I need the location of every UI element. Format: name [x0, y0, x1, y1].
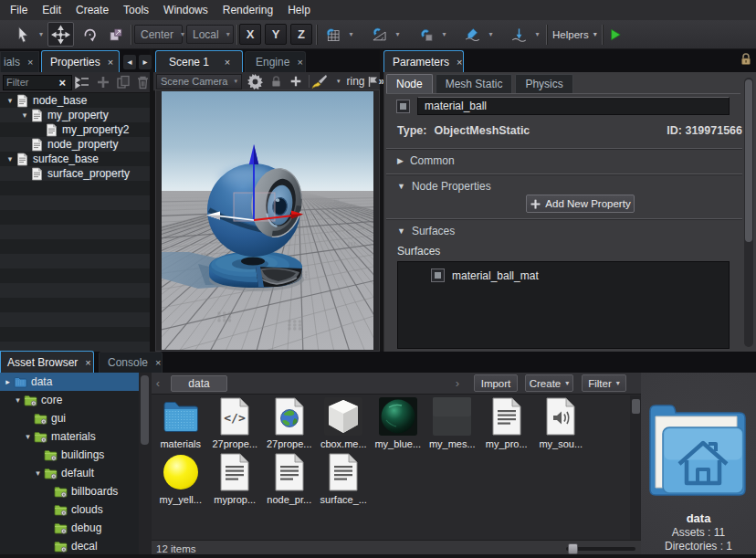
add-property-button[interactable]	[96, 75, 110, 89]
menu-tools[interactable]: Tools	[116, 0, 156, 20]
menu-file[interactable]: File	[3, 0, 35, 20]
close-icon[interactable]: ×	[108, 57, 113, 68]
scale-tool-button[interactable]	[105, 22, 127, 47]
surface-checkbox[interactable]	[431, 268, 445, 282]
file-item[interactable]: cbox.me...	[317, 395, 372, 451]
snap-drop-button[interactable]	[507, 22, 531, 47]
expander-icon[interactable]: ▾	[18, 111, 31, 120]
select-tool-dropdown[interactable]: ▾	[35, 30, 47, 38]
slider-handle[interactable]	[568, 543, 578, 554]
file-item[interactable]: my_mes...	[425, 395, 480, 451]
play-button[interactable]	[605, 22, 625, 47]
close-icon[interactable]: ×	[457, 57, 462, 68]
section-surfaces[interactable]: ▼ Surfaces	[397, 225, 455, 237]
snap-grid-button[interactable]	[320, 22, 345, 47]
menu-help[interactable]: Help	[280, 0, 318, 20]
close-icon[interactable]: ×	[27, 57, 33, 68]
name-input[interactable]: material_ball	[417, 97, 730, 115]
section-common[interactable]: ▶ Common	[397, 154, 455, 167]
asset-tree-item[interactable]: ▸data	[0, 373, 139, 391]
breadcrumb-data[interactable]: data	[171, 375, 227, 392]
tab-parameters[interactable]: Parameters×	[383, 50, 464, 72]
tree-item[interactable]: my_property2	[0, 122, 150, 137]
scrollbar-thumb[interactable]	[632, 399, 640, 414]
file-item[interactable]: myprop...	[208, 451, 263, 507]
tree-item[interactable]: ▾node_base	[0, 93, 150, 108]
import-button[interactable]: Import	[474, 374, 518, 392]
tab-scene-1[interactable]: Scene 1×	[155, 50, 243, 72]
file-item[interactable]: </>27prope...	[208, 395, 263, 451]
tree-item[interactable]: node_property	[0, 137, 150, 152]
rotate-tool-button[interactable]	[79, 22, 101, 47]
tab-scroll-left-icon[interactable]: ◂	[123, 55, 136, 69]
snap-angle-dropdown[interactable]: ▾	[392, 30, 404, 38]
expander-icon[interactable]: ▾	[4, 154, 16, 163]
snap-draw-button[interactable]	[460, 22, 485, 47]
asset-tree-item[interactable]: clouds	[0, 500, 139, 519]
menu-rendering[interactable]: Rendering	[215, 0, 280, 20]
expander-icon[interactable]: ▾	[12, 395, 24, 405]
add-new-property-button[interactable]: Add New Property	[526, 195, 635, 213]
section-node-properties[interactable]: ▼ Node Properties	[397, 180, 491, 193]
tab-engine[interactable]: Engine×	[245, 51, 306, 72]
subtab-node[interactable]: Node	[386, 74, 433, 93]
snap-angle-button[interactable]	[367, 22, 392, 47]
scene-lock-button[interactable]	[270, 76, 282, 88]
asset-tree-item[interactable]: billboards	[0, 482, 139, 500]
asset-tree-item[interactable]: decal	[0, 537, 139, 555]
close-icon[interactable]: ×	[85, 357, 90, 368]
delete-button[interactable]	[136, 75, 150, 89]
snap-object-button[interactable]	[414, 22, 438, 47]
asset-tree-scrollbar[interactable]	[139, 373, 150, 558]
scene-camera-select[interactable]: Scene Camera▾	[156, 74, 242, 89]
close-icon[interactable]: ×	[297, 57, 302, 68]
snap-grid-dropdown[interactable]: ▾	[345, 30, 357, 38]
tab-asset-browser[interactable]: Asset Browser×	[0, 351, 94, 373]
file-item[interactable]: 27prope...	[262, 395, 317, 451]
expander-icon[interactable]: ▸	[2, 377, 14, 386]
scene-settings-button[interactable]	[247, 74, 263, 89]
menu-edit[interactable]: Edit	[35, 0, 68, 20]
subtab-mesh-static[interactable]: Mesh Static	[436, 74, 513, 93]
expander-icon[interactable]: ▾	[32, 469, 44, 478]
tab-properties[interactable]: Properties×	[41, 50, 120, 72]
tree-item[interactable]: ▾surface_base	[0, 152, 150, 166]
file-item[interactable]: my_yell...	[153, 451, 208, 507]
close-icon[interactable]: ×	[222, 57, 233, 68]
file-item[interactable]: materials	[153, 395, 208, 451]
file-grid-scrollbar[interactable]	[630, 395, 641, 540]
axis-y-button[interactable]: Y	[265, 24, 287, 45]
parameters-scrollbar[interactable]	[744, 78, 753, 347]
create-button[interactable]: Create▾	[525, 374, 573, 392]
copy-button[interactable]	[116, 75, 131, 89]
paint-brush-button[interactable]	[311, 74, 328, 89]
file-item[interactable]: my_sou...	[534, 395, 589, 451]
file-item[interactable]: my_pro...	[479, 395, 534, 451]
subtab-physics[interactable]: Physics	[515, 74, 572, 93]
filter-clear-icon[interactable]: ×	[57, 76, 69, 89]
scene-add-button[interactable]	[289, 75, 302, 88]
coordinate-space-select[interactable]: Local▾	[186, 25, 234, 44]
asset-tree-item[interactable]: ▾default	[0, 464, 139, 482]
brush-dropdown[interactable]: ▾	[337, 78, 341, 85]
menu-create[interactable]: Create	[68, 0, 116, 20]
transform-origin-select[interactable]: Center▾	[134, 25, 183, 44]
viewport-3d-render[interactable]	[162, 91, 373, 350]
ring-label[interactable]: ring	[347, 75, 365, 88]
file-item[interactable]: node_pr...	[262, 451, 317, 507]
ring-flag-icon[interactable]	[367, 76, 379, 88]
asset-tree-item[interactable]: debug	[0, 519, 139, 537]
scrollbar-thumb[interactable]	[141, 375, 149, 445]
nav-back-icon[interactable]: ‹	[152, 376, 164, 390]
expander-icon[interactable]: ▾	[22, 432, 34, 441]
axis-x-button[interactable]: X	[239, 24, 261, 45]
asset-tree-item[interactable]: buildings	[0, 446, 139, 464]
tab-materials[interactable]: ials×	[0, 51, 39, 72]
scrollbar-thumb[interactable]	[745, 79, 752, 242]
close-icon[interactable]: ×	[155, 357, 161, 368]
axis-z-button[interactable]: Z	[290, 24, 312, 45]
tree-item[interactable]: surface_property	[0, 166, 150, 181]
surface-item[interactable]: material_ball_mat	[431, 268, 729, 282]
menu-windows[interactable]: Windows	[156, 0, 215, 20]
snap-draw-dropdown[interactable]: ▾	[485, 30, 497, 38]
